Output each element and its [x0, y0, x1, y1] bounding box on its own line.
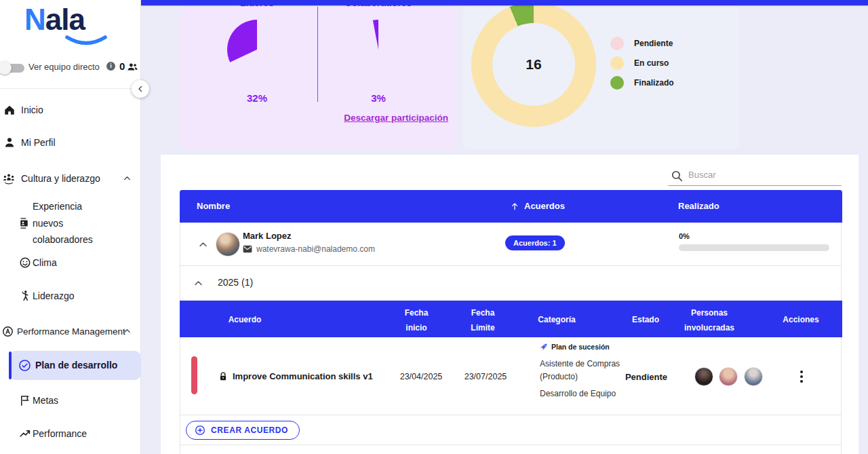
- person-name: Mark Lopez: [243, 231, 292, 241]
- column-header-fecha-inicio: Fecha inicio: [401, 306, 432, 335]
- involved-avatar: [744, 367, 763, 386]
- status-donut-chart: 16: [471, 2, 596, 127]
- involved-avatar: [719, 367, 738, 386]
- sidebar-item-label: Mi Perfil: [21, 137, 56, 148]
- lideres-percentage: 32%: [203, 92, 311, 104]
- en-curso-swatch-icon: [610, 56, 624, 70]
- participation-card: Líderes Colaboradores 32% 3% Descargar p…: [180, 4, 456, 149]
- chevron-left-icon: [136, 85, 144, 93]
- progress-percentage: 0%: [679, 232, 690, 240]
- sidebar-item-metas[interactable]: Metas: [0, 387, 141, 414]
- row-actions-menu-icon[interactable]: [796, 366, 807, 387]
- status-card: 16 Pendiente En curso Finalizado: [463, 4, 739, 149]
- year-group-label: 2025 (1): [218, 277, 253, 288]
- status-legend: Pendiente En curso Finalizado: [610, 37, 674, 96]
- people-icon: [127, 61, 138, 73]
- sidebar-item-inicio[interactable]: Inicio: [0, 96, 141, 124]
- mail-icon: [243, 245, 252, 253]
- legend-label: En curso: [634, 58, 669, 68]
- people-table-header: Nombre Acuerdos Realizado: [180, 190, 842, 223]
- sidebar-item-mi-perfil[interactable]: Mi Perfil: [0, 129, 141, 156]
- group-icon: [3, 172, 15, 185]
- lideres-gauge-chart: [223, 14, 291, 82]
- logo-rest: ala: [45, 3, 85, 36]
- sidebar-item-performance[interactable]: Performance: [0, 420, 141, 447]
- create-agreement-row: CREAR ACUERDO: [180, 415, 841, 445]
- legend-item-en-curso: En curso: [610, 56, 674, 70]
- pendiente-swatch-icon: [610, 37, 624, 50]
- sidebar-item-label: Plan de desarrollo: [35, 360, 117, 371]
- sidebar-item-label: Liderazgo: [33, 290, 75, 301]
- sidebar-item-clima[interactable]: Clima: [0, 249, 141, 276]
- lock-icon: [219, 372, 227, 381]
- legend-label: Finalizado: [634, 78, 674, 88]
- trend-line-icon: [19, 428, 31, 440]
- plus-circle-icon: [195, 425, 205, 436]
- team-count: 0: [119, 60, 125, 72]
- switch-knob: [0, 61, 12, 75]
- agreement-due-date: 23/07/2025: [455, 372, 516, 381]
- sidebar-item-liderazgo[interactable]: Liderazgo: [0, 282, 141, 309]
- home-icon: [3, 104, 16, 116]
- sort-arrow-up-icon[interactable]: [510, 202, 519, 211]
- contact-card-icon: [19, 217, 31, 229]
- column-header-nombre: Nombre: [197, 201, 230, 211]
- column-header-personas-involucradas: Personas involucradas: [679, 306, 740, 335]
- info-icon[interactable]: i: [106, 62, 115, 71]
- sidebar-item-label: Experiencia nuevos colaboradores: [33, 198, 114, 248]
- sidebar-item-label: Clima: [33, 257, 57, 268]
- smiley-icon: [19, 257, 31, 269]
- agreement-title: Improve Communication skills v1: [233, 371, 373, 381]
- sidebar-item-experiencia-nuevos-colaboradores[interactable]: Experiencia nuevos colaboradores: [0, 202, 141, 244]
- column-header-fecha-limite: Fecha Límite: [467, 306, 498, 335]
- sidebar-item-plan-de-desarrollo[interactable]: Plan de desarrollo: [9, 351, 141, 380]
- donut-hole: 16: [492, 23, 575, 106]
- sidebar-divider: [0, 88, 141, 89]
- sidebar-item-label: Metas: [33, 395, 58, 406]
- team-toggle-label: Ver equipo directo: [28, 62, 100, 72]
- create-agreement-label: CREAR ACUERDO: [211, 425, 288, 435]
- collapse-row-chevron-icon[interactable]: [198, 240, 208, 250]
- chevron-up-icon[interactable]: [123, 327, 132, 336]
- logo-letter: N: [24, 3, 45, 36]
- category-cell: Plan de sucesión Asistente de Compras (P…: [540, 343, 628, 398]
- sidebar-item-label: Performance: [33, 428, 87, 439]
- sidebar-item-cultura-y-liderazgo[interactable]: Cultura y liderazgo: [0, 165, 141, 192]
- column-header-estado: Estado: [632, 313, 659, 328]
- download-participation-link[interactable]: Descargar participación: [344, 113, 448, 123]
- legend-label: Pendiente: [634, 39, 673, 48]
- sidebar-item-performance-management[interactable]: Performance Management: [0, 318, 141, 345]
- active-indicator: [9, 352, 12, 379]
- column-header-acuerdo: Acuerdo: [229, 313, 262, 328]
- agreement-row: Improve Communication skills v1 23/04/20…: [180, 337, 841, 415]
- category-tag-label: Plan de sucesión: [551, 343, 610, 351]
- sidebar: Nala Ver equipo directo i 0 Inicio Mi Pe…: [0, 0, 141, 454]
- agreement-start-date: 23/04/2025: [391, 372, 452, 381]
- person-email-text: watevrawa-nabi@nalademo.com: [256, 244, 375, 254]
- progress-bar: [679, 244, 829, 251]
- person-email: watevrawa-nabi@nalademo.com: [243, 244, 375, 254]
- column-header-acciones: Acciones: [783, 313, 818, 328]
- nala-logo: Nala: [24, 3, 85, 37]
- search-field: [668, 168, 842, 186]
- search-icon: [671, 170, 684, 183]
- leader-figure-icon: [19, 290, 31, 302]
- agreement-status: Pendiente: [625, 372, 667, 382]
- chevron-up-icon[interactable]: [123, 174, 132, 183]
- agreements-table-header: Acuerdo Fecha inicio Fecha Límite Catego…: [180, 301, 842, 337]
- search-input[interactable]: [688, 170, 837, 180]
- sidebar-collapse-button[interactable]: [132, 80, 149, 98]
- colaboradores-percentage: 3%: [324, 92, 433, 104]
- plans-table-card: Nombre Acuerdos Realizado Mark Lopez wat…: [180, 190, 842, 454]
- person-icon: [3, 136, 16, 149]
- column-header-acuerdos[interactable]: Acuerdos: [524, 201, 565, 211]
- rocket-icon: [540, 343, 548, 351]
- legend-item-pendiente: Pendiente: [610, 37, 674, 50]
- colaboradores-gauge-chart: [344, 14, 412, 82]
- create-agreement-button[interactable]: CREAR ACUERDO: [186, 421, 300, 440]
- collapse-year-chevron-icon[interactable]: [193, 278, 203, 288]
- app-root: Nala Ver equipo directo i 0 Inicio Mi Pe…: [0, 0, 868, 454]
- year-group-row: 2025 (1): [180, 266, 841, 301]
- circle-a-icon: [2, 326, 14, 337]
- person-row: Mark Lopez watevrawa-nabi@nalademo.com A…: [180, 223, 841, 266]
